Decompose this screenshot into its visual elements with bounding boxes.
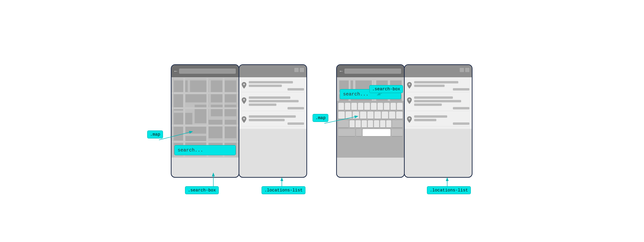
key-n[interactable]: [380, 120, 385, 128]
location-item-2-2: [407, 95, 470, 111]
phones-row-2: ←: [336, 64, 473, 178]
diagram-1-wrapper: ←: [171, 64, 308, 178]
key-m[interactable]: [386, 120, 392, 128]
key-k[interactable]: [389, 112, 396, 119]
svg-point-52: [408, 118, 410, 120]
key-a[interactable]: [338, 112, 345, 119]
tl-2-3b: [414, 119, 436, 121]
phones-row-1: ←: [171, 64, 308, 178]
header-icons-1: [294, 68, 304, 72]
svg-rect-12: [225, 94, 236, 102]
key-t[interactable]: [364, 103, 370, 110]
locations-annotation-1: .locations-list: [262, 186, 306, 194]
pin-icon-2-2: [407, 97, 412, 104]
header-icons-2: [460, 68, 470, 72]
key-w[interactable]: [345, 103, 350, 110]
location-item-2-3: [407, 114, 470, 126]
svg-point-50: [408, 84, 410, 85]
key-z[interactable]: [350, 120, 355, 128]
svg-rect-6: [190, 80, 208, 92]
key-q[interactable]: [338, 103, 344, 110]
key-l[interactable]: [396, 112, 402, 119]
location-text-2: [249, 96, 304, 110]
searchbox-annotation-2: .search-box: [369, 85, 403, 93]
key-row-2: [338, 112, 402, 119]
header-icon-2b: [465, 68, 470, 72]
phone-header-right-2: [405, 65, 472, 77]
key-row-4: [338, 129, 402, 136]
svg-rect-8: [225, 80, 236, 92]
key-row-3: [338, 120, 402, 128]
search-box-1[interactable]: search...: [174, 145, 236, 155]
key-o[interactable]: [390, 103, 396, 110]
location-item-2-1: [407, 80, 470, 92]
location-item-2: [242, 95, 304, 111]
key-return[interactable]: [392, 129, 402, 136]
map-annotation-2: .map: [312, 114, 328, 122]
svg-point-31: [243, 99, 245, 101]
pin-icon-2-1: [407, 82, 412, 88]
key-g[interactable]: [367, 112, 374, 119]
header-icon-1b: [300, 68, 304, 72]
key-p[interactable]: [397, 103, 402, 110]
tl-2-2c: [414, 104, 442, 106]
svg-rect-10: [186, 94, 208, 102]
text-tag-1: [288, 88, 304, 90]
svg-point-32: [243, 118, 245, 120]
key-backspace[interactable]: [392, 120, 402, 128]
key-u[interactable]: [378, 103, 383, 110]
key-s[interactable]: [346, 112, 352, 119]
phone-header-left-2: ←: [337, 65, 404, 77]
key-b[interactable]: [374, 120, 379, 128]
location-item-3: [242, 114, 304, 126]
key-x[interactable]: [356, 120, 361, 128]
loc-text-2-3: [414, 115, 470, 125]
text-tag-2: [288, 107, 304, 110]
svg-rect-5: [174, 80, 188, 92]
searchbox-annotation-1: .search-box: [185, 186, 219, 194]
tl-2-2a: [414, 96, 453, 99]
text-line-2c: [249, 104, 276, 106]
loc-text-2-2: [414, 96, 470, 110]
svg-rect-20: [225, 120, 236, 138]
text-line-2b: [249, 100, 298, 102]
key-shift[interactable]: [338, 120, 349, 128]
key-j[interactable]: [382, 112, 388, 119]
pin-icon-1: [242, 82, 246, 88]
locations-annotation-2: .locations-list: [427, 186, 471, 194]
key-d[interactable]: [353, 112, 359, 119]
key-i[interactable]: [384, 103, 390, 110]
key-space[interactable]: [363, 129, 390, 136]
header-title-bar: [179, 68, 236, 74]
key-y[interactable]: [371, 103, 376, 110]
key-c[interactable]: [362, 120, 367, 128]
key-e[interactable]: [351, 103, 357, 110]
tl-2-1b: [414, 84, 444, 87]
pin-icon-2-3: [407, 116, 412, 123]
locations-list-2: [405, 77, 472, 129]
text-tag-3: [288, 122, 304, 125]
svg-rect-7: [211, 80, 222, 92]
tt-2-1: [453, 88, 470, 90]
key-emoji[interactable]: [356, 129, 362, 136]
location-item-1: [242, 80, 304, 92]
text-line-1a: [249, 81, 293, 84]
key-row-1: [338, 103, 402, 110]
locations-list-1: [239, 77, 306, 129]
tl-2-3a: [414, 115, 447, 118]
header-icon-1a: [294, 68, 298, 72]
svg-rect-16: [174, 127, 183, 140]
right-phone-2: [404, 64, 472, 178]
phone-header-left-1: ←: [172, 65, 238, 77]
pin-icon-3: [242, 116, 246, 123]
text-line-2a: [249, 96, 290, 99]
key-v[interactable]: [368, 120, 373, 128]
key-f[interactable]: [360, 112, 366, 119]
key-r[interactable]: [358, 103, 364, 110]
diagram-2-wrapper: ←: [336, 64, 473, 178]
tt-2-2: [453, 107, 470, 110]
key-numbers[interactable]: [338, 129, 355, 136]
svg-rect-19: [208, 120, 222, 138]
key-h[interactable]: [374, 112, 381, 119]
svg-rect-11: [211, 94, 222, 102]
